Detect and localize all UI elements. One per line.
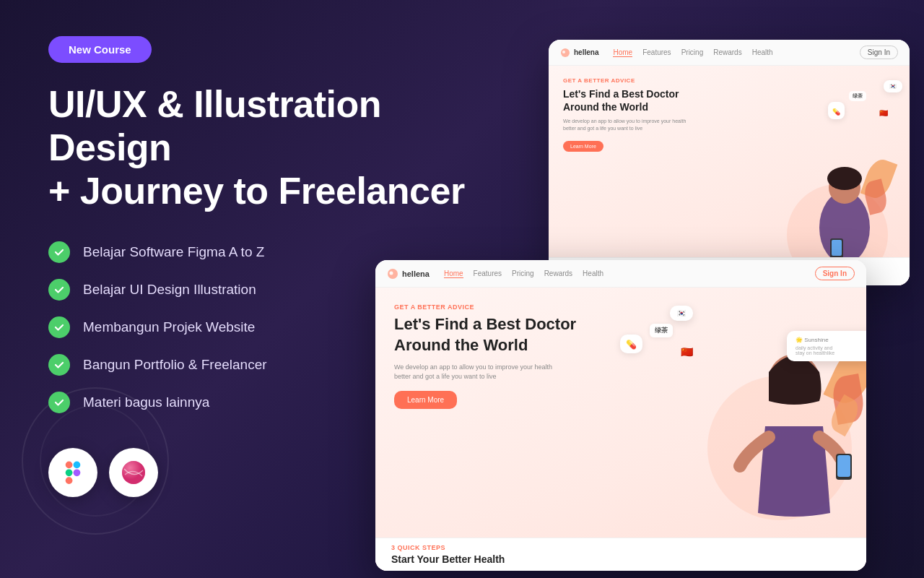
svg-rect-13 bbox=[832, 240, 842, 256]
right-panel: hellena Home Features Pricing Rewards He… bbox=[375, 40, 924, 567]
nav-features-front[interactable]: Features bbox=[474, 269, 502, 277]
section-title-front: Start Your Better Health bbox=[391, 553, 850, 565]
nav-home-front[interactable]: Home bbox=[444, 269, 463, 278]
cn-text-front: 绿茶 bbox=[650, 324, 673, 337]
check-icon-4 bbox=[48, 354, 70, 376]
nav-rewards-front[interactable]: Rewards bbox=[544, 269, 572, 277]
section-front: 3 QUICK STEPS Start Your Better Health bbox=[375, 538, 866, 571]
check-icon-2 bbox=[48, 279, 70, 301]
dribbble-tool-icon[interactable] bbox=[109, 448, 158, 497]
svg-point-7 bbox=[561, 48, 570, 57]
svg-rect-3 bbox=[66, 478, 73, 485]
svg-point-11 bbox=[827, 167, 862, 190]
flag-card-kr: 🇰🇷 bbox=[884, 80, 902, 92]
check-icon-3 bbox=[48, 316, 70, 338]
svg-rect-2 bbox=[66, 470, 73, 477]
svg-rect-0 bbox=[66, 462, 73, 469]
check-icon-5 bbox=[48, 392, 70, 413]
browser-nav-front: hellena Home Features Pricing Rewards He… bbox=[375, 260, 866, 288]
hero-desc-front: We develop an app to allow you to improv… bbox=[394, 363, 567, 381]
browser-mockup-back: hellena Home Features Pricing Rewards He… bbox=[549, 40, 910, 285]
browser-nav-back: hellena Home Features Pricing Rewards He… bbox=[549, 40, 910, 66]
flag-card-kr-front: 🇰🇷 bbox=[670, 306, 693, 321]
nav-home-back[interactable]: Home bbox=[613, 48, 632, 57]
nav-rewards-back[interactable]: Rewards bbox=[713, 48, 741, 56]
hero-tag-front: GET A BETTER ADVICE bbox=[394, 303, 847, 311]
hero-btn-front[interactable]: Learn More bbox=[394, 391, 457, 409]
hero-btn-back[interactable]: Learn More bbox=[563, 141, 603, 152]
nav-features-back[interactable]: Features bbox=[642, 48, 671, 56]
section-label-front: 3 QUICK STEPS bbox=[391, 544, 850, 551]
svg-point-17 bbox=[390, 271, 393, 275]
browser-hero-front: GET A BETTER ADVICE Let's Find a Best Do… bbox=[375, 288, 866, 571]
nav-links-back: Home Features Pricing Rewards Health bbox=[613, 48, 853, 57]
svg-point-6 bbox=[122, 461, 145, 484]
signin-button-back[interactable]: Sign In bbox=[860, 46, 898, 59]
nav-health-back[interactable]: Health bbox=[752, 48, 773, 56]
nav-pricing-back[interactable]: Pricing bbox=[681, 48, 704, 56]
figma-tool-icon[interactable] bbox=[48, 448, 97, 497]
hero-title-back: Let's Find a Best Doctor Around the Worl… bbox=[563, 87, 707, 113]
svg-rect-1 bbox=[74, 462, 81, 469]
hero-title-front: Let's Find a Best Doctor Around the Worl… bbox=[394, 314, 596, 355]
nav-pricing-front[interactable]: Pricing bbox=[512, 269, 534, 277]
new-course-badge[interactable]: New Course bbox=[48, 36, 152, 63]
medicine-card: 💊 bbox=[828, 102, 845, 119]
medicine-card-front: 💊 bbox=[620, 335, 642, 353]
svg-point-4 bbox=[74, 470, 81, 477]
doctor-card-front: 🌟 Sunshine daily activity and stay on he… bbox=[787, 331, 866, 361]
cn-text-back: 绿茶 bbox=[849, 91, 866, 101]
brand-logo-front: hellena bbox=[387, 268, 430, 280]
hero-desc-back: We develop an app to allow you to improv… bbox=[563, 118, 693, 132]
flag-cn: 🇨🇳 bbox=[879, 105, 888, 118]
browser-mockup-front: hellena Home Features Pricing Rewards He… bbox=[375, 260, 866, 571]
svg-rect-20 bbox=[837, 455, 850, 477]
signin-button-front[interactable]: Sign In bbox=[815, 267, 855, 280]
svg-point-8 bbox=[562, 51, 565, 53]
hero-tag-back: GET A BETTER ADVICE bbox=[563, 77, 895, 84]
nav-health-front[interactable]: Health bbox=[583, 269, 603, 277]
check-icon-1 bbox=[48, 241, 70, 263]
brand-logo-back: hellena bbox=[560, 48, 598, 58]
flag-cn-front: 🇨🇳 bbox=[681, 345, 693, 358]
nav-links-front: Home Features Pricing Rewards Health bbox=[444, 269, 809, 278]
browser-hero-back: GET A BETTER ADVICE Let's Find a Best Do… bbox=[549, 66, 910, 285]
